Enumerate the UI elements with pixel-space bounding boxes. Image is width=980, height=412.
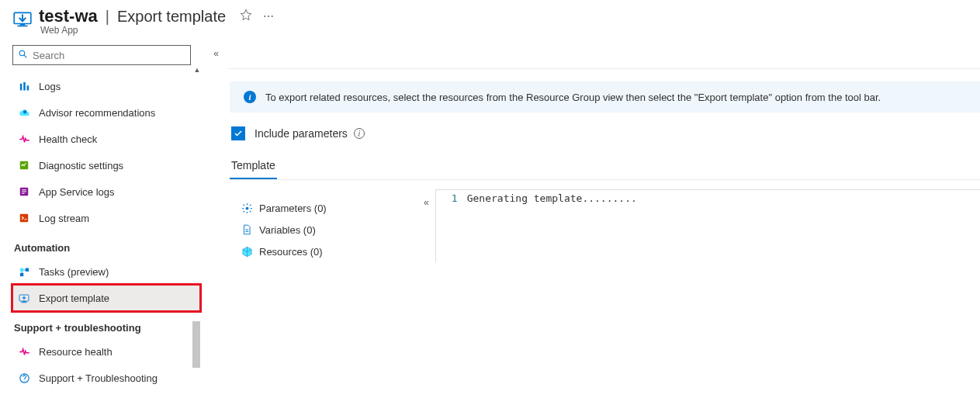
sidebar-item-support[interactable]: Support + Troubleshooting xyxy=(12,365,186,391)
webapp-resource-icon xyxy=(12,9,33,29)
tree-variables-label: Variables (0) xyxy=(259,224,316,236)
resource-name: test-wa xyxy=(39,6,98,26)
svg-rect-12 xyxy=(19,268,23,271)
resource-type-label: Web App xyxy=(40,25,275,36)
svg-point-8 xyxy=(23,110,26,113)
search-input[interactable] xyxy=(33,50,185,61)
tree-parameters[interactable]: Parameters (0) xyxy=(241,197,424,219)
template-tree: Parameters (0) Variables (0) Resources (… xyxy=(230,189,424,262)
section-automation: Automation xyxy=(12,231,202,258)
tasks-icon xyxy=(17,265,31,279)
tree-resources[interactable]: Resources (0) xyxy=(241,241,424,262)
tab-template[interactable]: Template xyxy=(230,154,277,179)
diagnostic-icon xyxy=(17,158,31,172)
advisor-icon xyxy=(17,106,31,119)
title-separator: | xyxy=(106,8,109,26)
svg-line-4 xyxy=(24,55,26,57)
svg-point-3 xyxy=(19,50,25,56)
svg-rect-1 xyxy=(20,24,26,26)
sidebar-scrollbar[interactable]: ▲ xyxy=(192,65,202,391)
template-editor[interactable]: 1 Generating template......... xyxy=(435,189,980,262)
svg-rect-13 xyxy=(25,268,28,271)
help-info-icon[interactable]: i xyxy=(354,128,365,139)
logs-icon xyxy=(17,79,31,93)
sidebar-item-label: App Service logs xyxy=(39,186,115,198)
favorite-star-icon[interactable] xyxy=(240,9,252,24)
svg-point-19 xyxy=(245,206,248,209)
variables-file-icon xyxy=(241,223,253,236)
svg-rect-2 xyxy=(18,26,28,27)
svg-rect-7 xyxy=(26,85,29,90)
tree-parameters-label: Parameters (0) xyxy=(259,203,327,214)
menu-search[interactable] xyxy=(12,45,191,65)
svg-rect-14 xyxy=(19,272,23,275)
health-icon xyxy=(17,132,31,146)
scroll-up-arrow-icon[interactable]: ▲ xyxy=(192,65,202,74)
sidebar-item-label: Export template xyxy=(39,293,109,304)
tree-resources-label: Resources (0) xyxy=(259,246,323,258)
collapse-tree-icon[interactable]: « xyxy=(424,189,435,262)
info-icon: i xyxy=(244,91,256,103)
sidebar-item-logstream[interactable]: Log stream xyxy=(12,205,186,231)
svg-rect-6 xyxy=(23,81,26,90)
sidebar-item-label: Advisor recommendations xyxy=(39,107,155,119)
sidebar-item-label: Support + Troubleshooting xyxy=(39,372,158,384)
blade-header: test-wa | Export template ⋯ Web App xyxy=(0,0,980,42)
include-parameters-checkbox[interactable] xyxy=(231,126,245,140)
include-parameters-label: Include parameters xyxy=(255,127,348,140)
svg-rect-17 xyxy=(21,302,27,303)
svg-rect-5 xyxy=(19,83,22,90)
editor-line-text: Generating template......... xyxy=(467,190,637,206)
sidebar-item-reshealth[interactable]: Resource health xyxy=(12,338,186,365)
info-text: To export related resources, select the … xyxy=(265,92,881,103)
export-icon xyxy=(17,291,31,305)
info-banner: i To export related resources, select th… xyxy=(230,81,980,113)
tree-variables[interactable]: Variables (0) xyxy=(241,219,424,241)
sidebar-item-diagnostic[interactable]: Diagnostic settings xyxy=(12,152,186,178)
svg-rect-16 xyxy=(23,301,26,302)
more-actions-icon[interactable]: ⋯ xyxy=(263,10,275,23)
page-title: Export template xyxy=(117,8,226,26)
scroll-thumb[interactable] xyxy=(192,321,200,368)
sidebar-item-logs[interactable]: Logs xyxy=(12,73,186,99)
sidebar-item-health[interactable]: Health check xyxy=(12,126,186,152)
search-icon xyxy=(18,49,28,61)
sidebar-item-label: Diagnostic settings xyxy=(39,160,123,171)
sidebar: « LogsAdvisor recommendationsHealth chec… xyxy=(0,42,202,391)
applogs-icon xyxy=(17,185,31,199)
tabs: Template xyxy=(230,154,980,180)
sidebar-item-label: Health check xyxy=(39,133,97,145)
reshealth-icon xyxy=(17,344,31,358)
sidebar-item-export[interactable]: Export template xyxy=(12,285,200,311)
toolbar-divider xyxy=(228,68,980,69)
sidebar-item-applogs[interactable]: App Service logs xyxy=(12,178,186,205)
line-number: 1 xyxy=(436,190,467,206)
resources-cube-icon xyxy=(241,245,253,258)
sidebar-item-label: Resource health xyxy=(39,346,113,358)
sidebar-item-tasks[interactable]: Tasks (preview) xyxy=(12,258,186,285)
sidebar-item-label: Log stream xyxy=(39,213,89,224)
support-icon xyxy=(17,371,31,385)
editor-line: 1 Generating template......... xyxy=(436,190,980,206)
sidebar-item-label: Logs xyxy=(39,81,61,92)
main-content: i To export related resources, select th… xyxy=(202,42,980,391)
logstream-icon xyxy=(17,211,31,225)
sidebar-item-advisor[interactable]: Advisor recommendations xyxy=(12,99,186,126)
parameters-gear-icon xyxy=(241,202,253,214)
section-support: Support + troubleshooting xyxy=(12,311,202,338)
sidebar-item-label: Tasks (preview) xyxy=(39,266,109,278)
